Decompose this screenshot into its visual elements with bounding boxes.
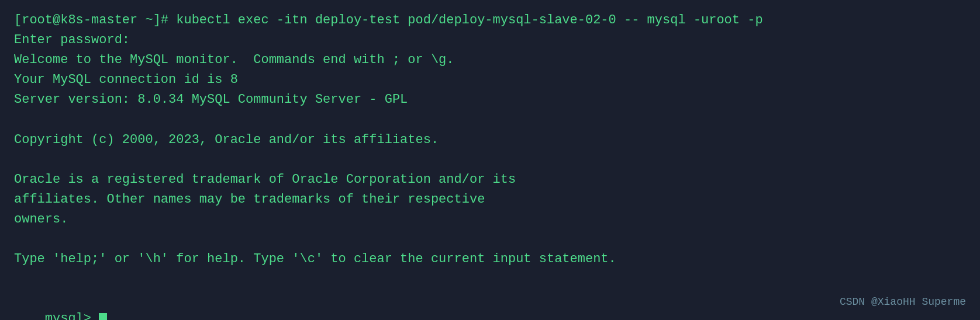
watermark-text: CSDN @XiaoHH Superme <box>840 294 966 311</box>
empty-line-3 <box>14 229 966 249</box>
empty-line-1 <box>14 110 966 130</box>
oracle-line-3: owners. <box>14 210 966 229</box>
oracle-line-2: affiliates. Other names may be trademark… <box>14 190 966 210</box>
terminal-cursor <box>99 313 107 320</box>
oracle-line-1: Oracle is a registered trademark of Orac… <box>14 170 966 190</box>
mysql-prompt-line: mysql> <box>14 289 966 320</box>
command-line: [root@k8s-master ~]# kubectl exec -itn d… <box>14 11 966 30</box>
terminal-output: [root@k8s-master ~]# kubectl exec -itn d… <box>14 11 966 320</box>
mysql-prompt-text: mysql> <box>45 311 99 320</box>
empty-line-4 <box>14 269 966 289</box>
enter-password-line: Enter password: <box>14 30 966 50</box>
welcome-line: Welcome to the MySQL monitor. Commands e… <box>14 50 966 70</box>
connection-id-line: Your MySQL connection id is 8 <box>14 70 966 90</box>
copyright-line: Copyright (c) 2000, 2023, Oracle and/or … <box>14 130 966 150</box>
empty-line-2 <box>14 150 966 170</box>
type-help-line: Type 'help;' or '\h' for help. Type '\c'… <box>14 249 966 269</box>
server-version-line: Server version: 8.0.34 MySQL Community S… <box>14 90 966 110</box>
